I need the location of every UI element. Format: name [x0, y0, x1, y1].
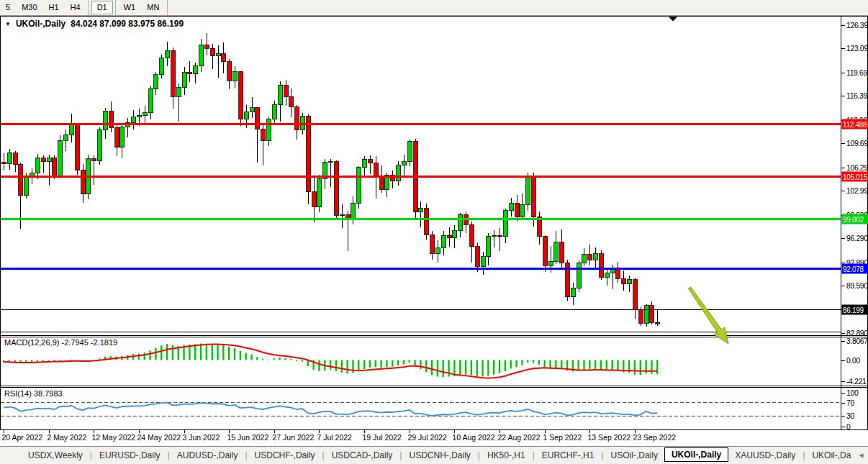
rsi-indicator-label: RSI(14) 38.7983: [4, 389, 63, 398]
chart-borders: [0, 17, 868, 430]
candle-bull: [8, 153, 12, 164]
chart-tab-usdx-weekly[interactable]: USDX,Weekly: [22, 448, 89, 463]
candle-bull: [233, 72, 238, 81]
candle-bear: [307, 117, 311, 192]
date-tick-label: 13 Sep 2022: [588, 433, 631, 442]
date-tick-label: 24 May 2022: [137, 433, 181, 442]
candle-bear: [600, 254, 604, 277]
axis-tick-label: 106.290: [846, 163, 868, 172]
candle-bull: [154, 75, 158, 89]
date-tick-label: 23 Sep 2022: [633, 433, 677, 442]
chart-symbol-label: UKOil-,Daily: [16, 19, 65, 29]
chart-tab-xauusd-daily[interactable]: XAUUSD-,Daily: [728, 448, 802, 463]
candle-bull: [279, 85, 283, 105]
candle-bull: [36, 158, 40, 173]
candle-bull: [177, 87, 181, 96]
candle-bear: [650, 306, 654, 323]
axis-tick-label: 0: [846, 422, 851, 431]
candle-bear: [369, 160, 373, 163]
candle-bear: [622, 278, 626, 284]
candle-bear: [295, 107, 299, 130]
candle-bull: [149, 88, 153, 112]
chart-tab-hk50-h1[interactable]: HK50-,H1: [481, 448, 532, 463]
candle-bull: [582, 255, 587, 263]
date-tick-label: 29 Jul 2022: [408, 433, 447, 442]
candle-bear: [425, 209, 429, 235]
candle-bull: [183, 73, 187, 88]
candle-bull: [48, 158, 52, 162]
candle-bear: [335, 162, 339, 216]
candle-bull: [329, 162, 333, 163]
date-tick-label: 2 May 2022: [48, 433, 87, 442]
chart-tab-eurchf-h1[interactable]: EURCHF-,H1: [535, 448, 601, 463]
chart-tab-usdcad-daily[interactable]: USDCAD-,Daily: [325, 448, 399, 463]
price-chart-svg[interactable]: 126.390123.090119.690116.390112.990109.6…: [0, 0, 868, 446]
candle-bear: [476, 247, 480, 267]
candle-bear: [76, 124, 80, 170]
candle-bear: [560, 242, 564, 263]
candle-bear: [656, 322, 660, 324]
chart-tab-usdcnh-daily[interactable]: USDCNH-,Daily: [402, 448, 476, 463]
candle-bear: [14, 153, 18, 165]
candle-bear: [498, 235, 502, 237]
chart-tabs-bar: USDX,Weekly|EURUSD-,Daily|AUDUSD-,Daily|…: [0, 446, 868, 464]
candle-bull: [351, 204, 356, 219]
axis-tick-label: 3.8067: [846, 337, 868, 345]
axis-tick-label: 70: [846, 399, 854, 407]
candle-bear: [448, 235, 452, 238]
chart-tab-ukoil-da[interactable]: UKOil-,Da: [805, 448, 857, 463]
candle-bear: [53, 158, 57, 177]
axis-tick-label: 0.00: [846, 356, 860, 365]
chart-shift-marker-icon[interactable]: [669, 17, 677, 22]
price-line-label: 86.199: [843, 306, 864, 314]
candle-bull: [458, 214, 463, 230]
candle-bull: [217, 54, 221, 56]
chart-tab-ukoil-daily[interactable]: UKOil-,Daily: [664, 447, 728, 462]
candle-bull: [267, 119, 271, 141]
macd-indicator-label: MACD(12,26,9) -2.7945 -2.1819: [4, 338, 117, 347]
axis-tick-label: 123.090: [846, 44, 868, 53]
rsi-line: [4, 403, 657, 416]
date-tick-label: 1 Sep 2022: [543, 433, 582, 442]
candle-bull: [137, 116, 142, 117]
axis-tick-label: -4.221: [846, 377, 867, 386]
candle-bull: [504, 211, 508, 237]
candle-bull: [397, 165, 401, 181]
candle-bear: [211, 48, 215, 56]
axis-tick-label: 116.390: [846, 91, 868, 100]
chart-tab-eurusd-daily[interactable]: EURUSD-,Daily: [93, 448, 167, 463]
chart-tab-usoil-daily[interactable]: USOil-,Daily: [605, 448, 664, 463]
candle-bull: [510, 204, 514, 211]
candle-bull: [132, 117, 136, 123]
candle-bear: [222, 54, 226, 62]
axis-tick-label: 96.290: [846, 234, 868, 242]
candle-bull: [526, 176, 530, 204]
chart-tab-audusd-daily[interactable]: AUDUSD-,Daily: [171, 448, 245, 463]
candle-bull: [453, 230, 457, 238]
candle-bull: [58, 140, 63, 176]
axis-tick-label: 126.390: [846, 21, 868, 29]
candle-bull: [402, 162, 407, 165]
candle-bear: [19, 165, 23, 196]
candle-bear: [256, 108, 260, 129]
candle-bear: [188, 73, 192, 74]
candle-bull: [98, 129, 102, 160]
tabs-scroll-left-icon[interactable]: ◄: [857, 452, 864, 459]
candle-bull: [273, 105, 277, 119]
candle-bear: [639, 309, 643, 323]
date-tick-label: 7 Jul 2022: [317, 433, 353, 442]
candle-bull: [70, 124, 74, 135]
axis-tick-label: 102.990: [846, 186, 868, 195]
candle-bull: [520, 205, 525, 217]
date-tick-label: 12 May 2022: [92, 433, 136, 442]
candle-bull: [120, 127, 125, 147]
candle-bull: [408, 141, 412, 162]
candle-bull: [554, 242, 559, 262]
candle-bear: [346, 214, 351, 218]
candle-bull: [317, 178, 322, 206]
candle-bull: [492, 235, 497, 236]
chart-tab-usdchf-daily[interactable]: USDCHF-,Daily: [248, 448, 322, 463]
candle-bull: [160, 58, 164, 75]
axis-tick-label: 100: [846, 388, 859, 397]
date-tick-label: 27 Jun 2022: [273, 433, 315, 442]
